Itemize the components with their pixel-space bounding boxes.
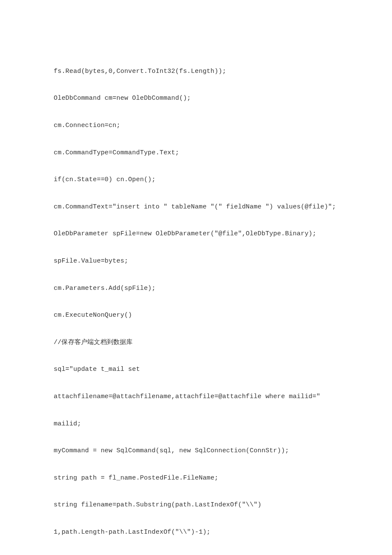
code-line: if(cn.State==0) cn.Open(); [54, 173, 338, 187]
code-line: cm.CommandType=CommandType.Text; [54, 146, 338, 160]
code-line: mailid; [54, 417, 338, 431]
code-line: sql="update t_mail set [54, 363, 338, 376]
code-line: string path = fl_name.PostedFile.FileNam… [54, 471, 338, 485]
code-line: spFile.Value=bytes; [54, 254, 338, 268]
code-line: myCommand.Parameters.Add("@attachfilenam… [54, 552, 338, 555]
code-line: OleDbCommand cm=new OleDbCommand(); [54, 92, 338, 105]
code-line: cm.ExecuteNonQuery() [54, 309, 338, 322]
code-line: string filename=path.Substring(path.Last… [54, 498, 338, 512]
code-line: OleDbParameter spFile=new OleDbParameter… [54, 227, 338, 241]
document-page: fs.Read(bytes,0,Convert.ToInt32(fs.Lengt… [0, 0, 392, 555]
code-line: cm.Connection=cn; [54, 119, 338, 133]
code-line: 1,path.Length-path.LastIndexOf("\\")-1); [54, 526, 338, 539]
code-line: attachfilename=@attachfilename,attachfil… [54, 390, 338, 404]
code-line: cm.CommandText="insert into " tableName … [54, 200, 338, 214]
code-line: myCommand = new SqlCommand(sql, new SqlC… [54, 444, 338, 458]
code-line: fs.Read(bytes,0,Convert.ToInt32(fs.Lengt… [54, 65, 338, 78]
code-line: //保存客户端文档到数据库 [54, 336, 338, 350]
code-line: cm.Parameters.Add(spFile); [54, 282, 338, 295]
